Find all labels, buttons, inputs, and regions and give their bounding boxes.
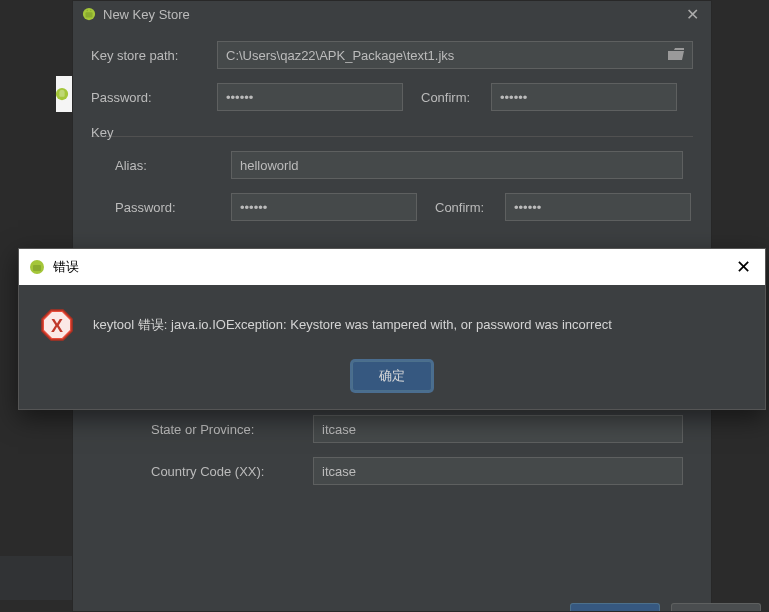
country-label: Country Code (XX): — [151, 464, 313, 479]
ok-button-peek[interactable] — [570, 603, 660, 611]
error-titlebar: 错误 ✕ — [19, 249, 765, 285]
error-message-row: X keytool 错误: java.io.IOException: Keyst… — [39, 307, 745, 343]
key-confirm-input[interactable] — [505, 193, 691, 221]
svg-point-3 — [87, 10, 88, 11]
state-row: State or Province: — [151, 415, 693, 443]
folder-icon[interactable] — [660, 48, 692, 63]
alias-row: Alias: — [115, 151, 693, 179]
confirm-label: Confirm: — [421, 90, 491, 105]
error-message: keytool 错误: java.io.IOException: Keystor… — [93, 316, 612, 334]
state-input[interactable] — [313, 415, 683, 443]
keystore-path-label: Key store path: — [91, 48, 217, 63]
alias-input[interactable] — [231, 151, 683, 179]
background-strip — [0, 556, 72, 600]
keystore-password-input[interactable] — [217, 83, 403, 111]
keystore-path-row: Key store path: — [91, 41, 693, 69]
keystore-confirm-input[interactable] — [491, 83, 677, 111]
key-password-row: Password: Confirm: — [115, 193, 693, 221]
key-password-input[interactable] — [231, 193, 417, 221]
key-password-label: Password: — [115, 200, 231, 215]
key-confirm-label: Confirm: — [435, 200, 505, 215]
svg-point-4 — [90, 10, 91, 11]
cancel-button-peek[interactable] — [671, 603, 761, 611]
alias-label: Alias: — [115, 158, 231, 173]
keystore-path-input[interactable] — [218, 42, 660, 68]
dialog-title: New Key Store — [103, 7, 682, 22]
keystore-path-input-wrap — [217, 41, 693, 69]
android-icon — [81, 6, 97, 22]
svg-text:X: X — [51, 316, 63, 336]
country-input[interactable] — [313, 457, 683, 485]
error-dialog: 错误 ✕ X keytool 错误: java.io.IOException: … — [18, 248, 766, 410]
error-icon: X — [39, 307, 75, 343]
ok-button[interactable]: 确定 — [352, 361, 432, 391]
keystore-password-row: Password: Confirm: — [91, 83, 693, 111]
svg-rect-6 — [33, 265, 41, 271]
svg-rect-2 — [86, 12, 93, 17]
android-icon — [55, 86, 69, 102]
error-body: X keytool 错误: java.io.IOException: Keyst… — [19, 285, 765, 409]
titlebar: New Key Store ✕ — [73, 1, 711, 27]
country-row: Country Code (XX): — [151, 457, 693, 485]
password-label: Password: — [91, 90, 217, 105]
android-icon — [29, 259, 45, 275]
close-icon[interactable]: ✕ — [732, 256, 755, 278]
state-label: State or Province: — [151, 422, 313, 437]
close-icon[interactable]: ✕ — [682, 5, 703, 24]
error-title: 错误 — [53, 258, 732, 276]
